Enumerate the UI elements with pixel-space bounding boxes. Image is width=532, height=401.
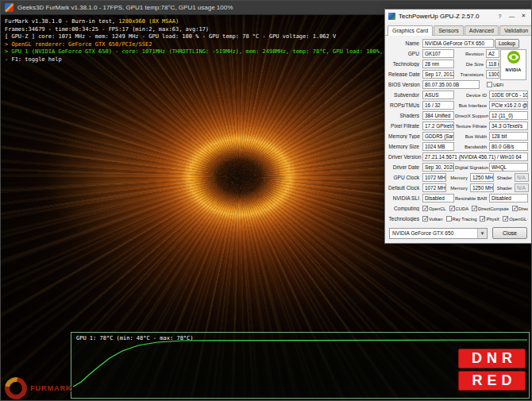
release-date-value: Sep 17, 2012 <box>422 70 454 79</box>
tab-advanced[interactable]: Advanced <box>465 25 499 35</box>
opencl-label: OpenCL <box>429 206 446 211</box>
digital-signature-label: Digital Signature <box>455 165 488 170</box>
memory-type-label: Memory Type <box>388 133 422 139</box>
uefi-option[interactable]: UEFI <box>487 82 503 87</box>
opengl-checkbox[interactable] <box>503 216 508 222</box>
memory-clock-label: Memory <box>447 175 469 180</box>
gpuz-titlebar[interactable]: TechPowerUp GPU-Z 2.57.0 ? — ✕ <box>385 10 531 22</box>
directml-checkbox[interactable] <box>512 206 518 211</box>
technologies-label: Technologies <box>388 216 422 222</box>
furmark-logo: FURMARK <box>5 377 72 399</box>
directml-option[interactable]: DirectML <box>512 206 528 211</box>
uefi-label: UEFI <box>493 83 503 87</box>
device-id-value: 10DE 0FC6 - 1043 8439 <box>489 91 528 99</box>
osd-line-help: - F1: toggle help <box>5 56 433 64</box>
gpuz-window-title: TechPowerUp GPU-Z 2.57.0 <box>399 13 494 20</box>
osd-line-gpu1: > GPU 1 (NVIDIA GeForce GTX 650) - core:… <box>5 48 433 56</box>
furmark-app-icon <box>5 3 13 12</box>
row-name: Name NVIDIA GeForce GTX 650 Lookup <box>388 38 528 48</box>
memory-type-value: GDDR5 (Samsung) <box>422 132 454 141</box>
close-window-button[interactable]: ✕ <box>518 11 530 21</box>
row-shaders: Shaders 384 Unified DirectX Support 12 (… <box>388 110 528 121</box>
row-sli: NVIDIA SLI Disabled Resizable BAR Disabl… <box>388 193 528 203</box>
row-subvendor: Subvendor ASUS Device ID 10DE 0FC6 - 104… <box>388 90 528 100</box>
watermark: DNR RED <box>458 349 526 391</box>
opengl-option[interactable]: OpenGL 4.6 <box>503 216 528 222</box>
gpu-clock-value: 1072 MHz <box>422 173 446 182</box>
gpuz-app-icon <box>388 13 395 20</box>
release-date-label: Release Date <box>388 71 422 77</box>
memory-clock-value: 1250 MHz <box>470 173 494 182</box>
vulkan-checkbox[interactable] <box>422 216 428 222</box>
texture-fillrate-label: Texture Fillrate <box>455 124 488 129</box>
memory-size-value: 1024 MB <box>422 142 454 151</box>
digital-signature-value: WHQL <box>489 163 528 172</box>
default-gpu-clock-value: 1072 MHz <box>422 183 446 192</box>
card-select-dropdown[interactable]: NVIDIA GeForce GTX 650 ▼ <box>389 228 488 239</box>
bandwidth-label: Bandwidth <box>455 145 488 149</box>
vulkan-option[interactable]: Vulkan <box>422 216 443 222</box>
bus-interface-label: Bus Interface <box>455 103 488 108</box>
shader-clock-label: Shader <box>495 175 514 180</box>
row-memory-type: Memory Type GDDR5 (Samsung) Bus Width 12… <box>388 131 528 141</box>
directcompute-checkbox[interactable] <box>472 206 477 211</box>
directcompute-option[interactable]: DirectCompute <box>472 206 509 211</box>
furmark-logo-icon <box>1 373 32 401</box>
driver-date-value: Sep 30, 2020 <box>422 163 454 172</box>
default-memory-clock-label: Memory <box>447 186 469 191</box>
uefi-checkbox[interactable] <box>487 82 492 87</box>
cuda-option[interactable]: CUDA <box>449 206 468 211</box>
shader-clock-value: N/A <box>515 173 529 182</box>
tab-validation[interactable]: Validation <box>499 25 532 35</box>
gpu-label: GPU <box>388 51 422 56</box>
die-size-label: Die Size <box>455 62 485 67</box>
opencl-checkbox[interactable] <box>422 206 428 211</box>
driver-version-value: 27.21.14.5671 (NVIDIA 456.71) / Win10 64 <box>422 152 528 161</box>
row-driver-version: Driver Version 27.21.14.5671 (NVIDIA 456… <box>388 152 528 162</box>
physx-checkbox[interactable] <box>480 216 485 222</box>
physx-label: PhysX <box>486 217 499 222</box>
ray-tracing-option[interactable]: Ray Tracing <box>446 216 477 222</box>
opencl-option[interactable]: OpenCL <box>422 206 446 211</box>
cuda-checkbox[interactable] <box>449 206 455 211</box>
nvidia-logo: NVIDIA <box>500 49 526 80</box>
directx-label: DirectX Support <box>455 114 488 118</box>
row-default-clock: Default Clock 1072 MHz Memory 1250 MHz S… <box>388 183 528 193</box>
row-driver-date: Driver Date Sep 30, 2020 Digital Signatu… <box>388 162 528 172</box>
computing-options: OpenCL CUDA DirectCompute DirectML <box>422 206 528 211</box>
bios-value: 80.07.35.00.0B <box>422 80 480 89</box>
directml-label: DirectML <box>519 206 528 211</box>
revision-label: Revision <box>455 52 485 56</box>
nvidia-eye-icon <box>506 50 522 64</box>
gpuz-footer: NVIDIA GeForce GTX 650 ▼ Close <box>386 224 530 242</box>
sli-value: Disabled <box>422 194 454 202</box>
osd-line-burnin: FurMark v1.38.1.0 - Burn-in test, 1280x9… <box>5 18 433 26</box>
minimize-button[interactable]: — <box>506 11 518 21</box>
screen: Geeks3D FurMark v1.38.1.0 - 17FPS, GPU1 … <box>0 0 532 401</box>
bus-interface-value: PCIe x16 2.0 @ x16 2.0 <box>489 101 528 110</box>
ray-tracing-label: Ray Tracing <box>453 217 477 222</box>
opengl-label: OpenGL 4.6 <box>509 217 528 222</box>
row-computing: Computing OpenCL CUDA DirectCompute Dire… <box>388 203 528 214</box>
help-button[interactable]: ? <box>494 11 506 21</box>
lookup-button[interactable]: Lookup <box>495 39 519 48</box>
row-bios: BIOS Version 80.07.35.00.0B UEFI <box>388 79 528 90</box>
close-button[interactable]: Close <box>492 227 527 239</box>
vulkan-label: Vulkan <box>429 217 443 222</box>
ray-tracing-checkbox[interactable] <box>446 216 452 222</box>
shaders-value: 384 Unified <box>422 111 454 120</box>
pixel-fillrate-value: 17.2 GPixel/s <box>422 121 454 130</box>
osd-line-frames: Frames:34679 - time:00:34:25 - FPS:17 (m… <box>5 26 433 34</box>
name-value: NVIDIA GeForce GTX 650 <box>422 39 494 48</box>
tab-sensors[interactable]: Sensors <box>434 25 464 35</box>
bios-label: BIOS Version <box>388 82 422 87</box>
directx-value: 12 (11_0) <box>489 111 528 120</box>
furmark-window-title: Geeks3D FurMark v1.38.1.0 - 17FPS, GPU1 … <box>17 4 233 11</box>
transistors-label: Transistors <box>455 72 485 77</box>
row-memory-size: Memory Size 1024 MB Bandwidth 80.0 GB/s <box>388 141 528 152</box>
gpuz-body: Name NVIDIA GeForce GTX 650 Lookup GPU G… <box>386 37 530 223</box>
tab-graphics-card[interactable]: Graphics Card <box>387 25 433 36</box>
computing-label: Computing <box>388 206 422 211</box>
physx-option[interactable]: PhysX <box>480 216 499 222</box>
technology-label: Technology <box>388 61 422 67</box>
